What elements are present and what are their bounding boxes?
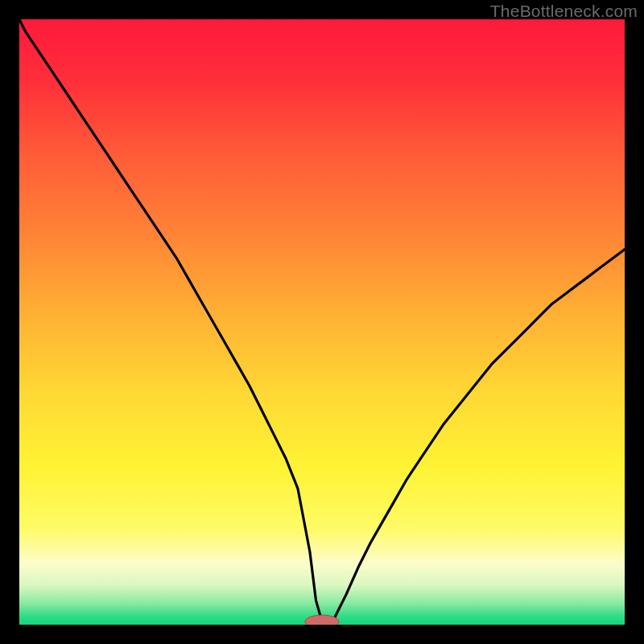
plot-area bbox=[19, 19, 625, 625]
watermark-text: TheBottleneck.com bbox=[490, 2, 638, 21]
bottleneck-chart bbox=[19, 19, 625, 625]
chart-frame: TheBottleneck.com bbox=[0, 0, 644, 644]
